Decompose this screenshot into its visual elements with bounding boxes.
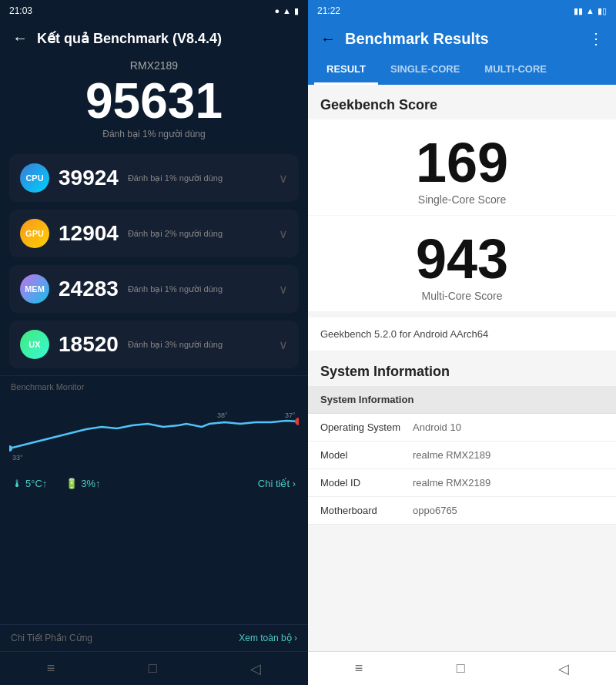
detail-arrow-icon: › <box>293 478 296 489</box>
tabs-bar: RESULT SINGLE-CORE MULTI-CORE <box>308 55 616 85</box>
signal-icon: ● <box>274 6 280 15</box>
cpu-score-value: 39924 <box>59 166 119 190</box>
battery-stat-value: 3%↑ <box>81 478 100 489</box>
nav-bar-left: ≡ □ ◁ <box>0 651 308 685</box>
status-bar-left: 21:03 ● ▲ ▮ <box>0 0 308 22</box>
time-left: 21:03 <box>9 5 32 16</box>
page-title-left: Kết quả Benchmark (V8.4.4) <box>37 30 222 47</box>
sys-info-key-motherboard: Motherboard <box>320 505 413 516</box>
main-score: 95631 <box>0 76 308 126</box>
detail-link[interactable]: Chi tiết › <box>258 478 296 489</box>
multi-core-score: 943 <box>320 231 604 287</box>
back-button-right[interactable]: ← <box>320 30 336 48</box>
battery-right-icon: ▮▯ <box>598 6 607 16</box>
cpu-score-label: Đánh bại 1% người dùng <box>128 173 279 183</box>
sys-info-key-model-id: Model ID <box>320 477 413 489</box>
sys-info-value-model-id: realme RMX2189 <box>413 477 490 489</box>
home-right-icon[interactable]: □ <box>457 660 465 677</box>
header-right: ← Benchmark Results ⋮ <box>308 22 616 55</box>
svg-point-0 <box>9 445 12 452</box>
signal-right-icon: ▮▮ <box>574 6 583 16</box>
tab-multi-core[interactable]: MULTI-CORE <box>472 55 559 85</box>
gpu-chevron-icon: ∨ <box>279 227 288 241</box>
multi-core-label: Multi-Core Score <box>320 290 604 302</box>
view-all-link[interactable]: Xem toàn bộ › <box>239 633 297 643</box>
single-core-display: 169 Single-Core Score <box>308 119 616 215</box>
gpu-score-label: Đánh bại 2% người dùng <box>128 229 279 239</box>
right-panel: 21:22 ▮▮ ▲ ▮▯ ← Benchmark Results ⋮ RESU… <box>308 0 616 685</box>
cpu-score-row[interactable]: CPU 39924 Đánh bại 1% người dùng ∨ <box>9 154 299 202</box>
system-info-title: System Information <box>308 351 616 386</box>
thermometer-icon: 🌡 <box>12 478 22 489</box>
status-bar-right: 21:22 ▮▮ ▲ ▮▯ <box>308 0 616 22</box>
ux-score-value: 18520 <box>59 332 119 357</box>
wifi-icon: ▲ <box>283 6 291 15</box>
single-core-label: Single-Core Score <box>320 193 604 206</box>
system-info-section: System Information System Information Op… <box>308 351 616 525</box>
sys-info-table-header: System Information <box>308 386 616 414</box>
gpu-score-value: 12904 <box>59 221 119 246</box>
sys-info-key-os: Operating System <box>320 421 413 433</box>
hardware-title: Chi Tiết Phần Cứng <box>11 633 92 643</box>
status-icons-right: ▮▮ ▲ ▮▯ <box>574 6 607 16</box>
svg-text:38°: 38° <box>217 411 228 419</box>
content-right: Geekbench Score 169 Single-Core Score 94… <box>308 85 616 651</box>
menu-icon[interactable]: ≡ <box>47 660 55 677</box>
geekbench-score-header: Geekbench Score <box>308 85 616 119</box>
cpu-chevron-icon: ∨ <box>279 171 288 186</box>
hardware-detail-bar: Chi Tiết Phần Cứng Xem toàn bộ › <box>0 624 308 651</box>
battery-stat-icon: 🔋 <box>65 478 78 489</box>
battery-stat: 🔋 3%↑ <box>65 478 100 489</box>
cpu-badge: CPU <box>20 163 49 193</box>
system-info-table: System Information Operating System Andr… <box>308 386 616 525</box>
tab-single-core[interactable]: SINGLE-CORE <box>378 55 472 85</box>
gpu-badge: GPU <box>20 219 49 248</box>
back-nav-right-icon[interactable]: ◁ <box>558 660 569 677</box>
back-button-left[interactable]: ← <box>12 29 28 47</box>
main-score-sub: Đánh bại 1% người dùng <box>0 129 308 139</box>
svg-point-1 <box>295 418 299 425</box>
ux-chevron-icon: ∨ <box>279 337 288 352</box>
ux-badge: UX <box>20 330 49 359</box>
gpu-score-row[interactable]: GPU 12904 Đánh bại 2% người dùng ∨ <box>9 210 299 257</box>
svg-text:33°: 33° <box>12 454 23 462</box>
view-all-arrow-icon: › <box>294 633 297 643</box>
temp-stat-value: 5°C↑ <box>25 478 47 489</box>
geekbench-info: Geekbench 5.2.0 for Android AArch64 <box>308 317 616 351</box>
left-panel: 21:03 ● ▲ ▮ ← Kết quả Benchmark (V8.4.4)… <box>0 0 308 685</box>
chart-stats-row: 🌡 5°C↑ 🔋 3%↑ Chi tiết › <box>0 472 308 495</box>
sys-info-row-os: Operating System Android 10 <box>308 414 616 442</box>
menu-right-icon[interactable]: ≡ <box>355 660 363 677</box>
wifi-right-icon: ▲ <box>586 6 594 15</box>
sys-info-key-model: Model <box>320 449 413 461</box>
mem-score-value: 24283 <box>59 277 119 301</box>
sys-info-row-motherboard: Motherboard oppo6765 <box>308 497 616 525</box>
ux-score-label: Đánh bại 3% người dùng <box>128 340 279 350</box>
benchmark-monitor-label: Benchmark Monitor <box>0 375 308 395</box>
tab-result[interactable]: RESULT <box>314 55 378 85</box>
temp-stat: 🌡 5°C↑ <box>12 478 47 489</box>
battery-icon: ▮ <box>294 6 299 16</box>
more-options-icon[interactable]: ⋮ <box>588 29 604 48</box>
nav-bar-right: ≡ □ ◁ <box>308 651 616 685</box>
sys-info-row-model-id: Model ID realme RMX2189 <box>308 469 616 497</box>
single-core-score: 169 <box>320 135 604 190</box>
multi-core-display: 943 Multi-Core Score <box>308 216 616 311</box>
header-left: ← Kết quả Benchmark (V8.4.4) <box>0 22 308 55</box>
mem-chevron-icon: ∨ <box>279 282 288 297</box>
sys-info-row-model: Model realme RMX2189 <box>308 442 616 469</box>
benchmark-chart: 33° 38° 37° <box>9 395 299 472</box>
detail-label: Chi tiết <box>258 478 290 489</box>
mem-score-row[interactable]: MEM 24283 Đánh bại 1% người dùng ∨ <box>9 265 299 313</box>
home-icon[interactable]: □ <box>149 660 157 677</box>
sys-info-value-motherboard: oppo6765 <box>413 505 457 516</box>
svg-text:37°: 37° <box>285 411 296 419</box>
sys-info-value-model: realme RMX2189 <box>413 449 490 461</box>
device-name: RMX2189 <box>0 59 308 72</box>
time-right: 21:22 <box>317 5 340 16</box>
ux-score-row[interactable]: UX 18520 Đánh bại 3% người dùng ∨ <box>9 321 299 368</box>
back-nav-icon[interactable]: ◁ <box>250 660 261 677</box>
mem-badge: MEM <box>20 274 49 304</box>
mem-score-label: Đánh bại 1% người dùng <box>128 284 279 294</box>
page-title-right: Benchmark Results <box>345 30 588 48</box>
